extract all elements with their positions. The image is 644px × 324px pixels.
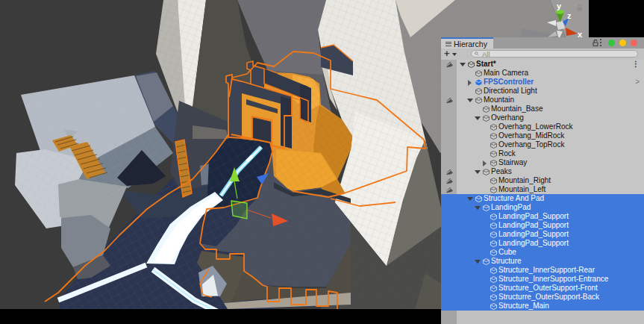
svg-text:z: z bbox=[567, 11, 572, 20]
svg-text:y: y bbox=[557, 1, 562, 10]
